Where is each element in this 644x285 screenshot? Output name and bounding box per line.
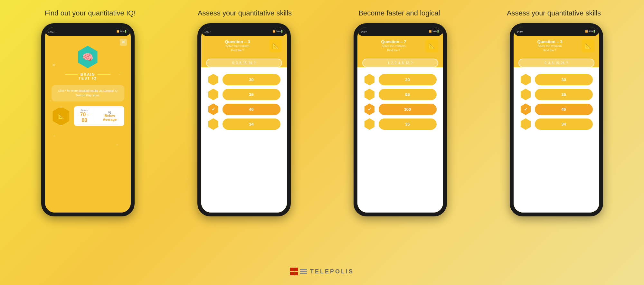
phone-notch-4: 14:07 📶 36%🔋 xyxy=(514,27,599,36)
iq-text: Below Average xyxy=(99,114,120,121)
title-3: Become faster and logical xyxy=(322,9,477,17)
answer-hex-4-0 xyxy=(520,74,532,85)
answer-btn-3-2[interactable]: 100 xyxy=(379,104,437,115)
answer-hex-4-2: ✓ xyxy=(520,103,532,115)
answer-row-3-3[interactable]: 35 xyxy=(364,118,437,130)
question-instruction-line2-3: Find the ? xyxy=(362,48,425,52)
answer-btn-4-1[interactable]: 35 xyxy=(535,89,593,100)
answer-row-3-0[interactable]: 20 xyxy=(364,74,437,85)
answer-btn-4-2[interactable]: 46 xyxy=(535,104,593,115)
screen-question-2: Question – 3 Solve the Problem Find the … xyxy=(201,36,287,213)
notch-center-1 xyxy=(75,27,101,33)
answer-row-3-2[interactable]: ✓ 100 xyxy=(364,103,437,115)
score-hex-icon: 📐 xyxy=(52,107,71,126)
answer-btn-3-0[interactable]: 20 xyxy=(379,74,437,85)
phone-wrapper-1: 14:07 📶 36%🔋 ✕ ✕ ◦ ◦ · ◦ · ◦ xyxy=(10,23,166,216)
phone-2: 14:07 📶 36%🔋 Question – 3 Solve the Prob… xyxy=(197,23,291,216)
question-header-3: Question – 7 Solve the Problem Find the … xyxy=(357,36,443,57)
screen-question-4: Question – 3 Solve the Problem Find the … xyxy=(514,36,599,213)
question-instruction-line2-4: Find the ? xyxy=(518,48,582,52)
answer-hex-4-3 xyxy=(520,118,532,130)
sequence-box-2: 0, 3, 8, 15, 24, ? xyxy=(206,59,282,67)
notch-time-1: 14:07 xyxy=(48,30,55,33)
brand-text-brain: BRAIN xyxy=(80,72,95,76)
answer-btn-2-3[interactable]: 34 xyxy=(223,119,280,130)
phone-3: 14:07 📶 36%🔋 Question – 7 Solve the Prob… xyxy=(354,23,447,216)
phone-inner-3: 14:07 📶 36%🔋 Question – 7 Solve the Prob… xyxy=(357,27,443,213)
brain-icon: 🧠 xyxy=(82,52,93,62)
question-instruction-line1-2: Solve the Problem xyxy=(206,44,269,48)
answer-row-4-0[interactable]: 30 xyxy=(520,74,593,85)
answer-btn-2-1[interactable]: 35 xyxy=(223,89,280,100)
sequence-box-4: 0, 3, 8, 15, 24, ? xyxy=(518,59,594,67)
answer-btn-3-3[interactable]: 35 xyxy=(379,119,437,130)
answer-hex-3-1 xyxy=(364,89,375,100)
question-number-4: Question – 3 xyxy=(518,39,582,44)
question-header-text-4: Question – 3 Solve the Problem Find the … xyxy=(518,39,582,52)
telepolis-logo xyxy=(290,268,307,275)
notch-time-3: 14:07 xyxy=(361,30,367,33)
screen-question-3: Question – 7 Solve the Problem Find the … xyxy=(357,36,443,213)
iq-label: IQ xyxy=(99,111,120,114)
brand-name: BRAIN TEST IQ xyxy=(65,72,110,80)
answer-row-2-0[interactable]: 30 xyxy=(208,74,280,85)
question-header-text-3: Question – 7 Solve the Problem Find the … xyxy=(362,39,425,52)
answer-btn-3-1[interactable]: 96 xyxy=(379,89,437,100)
ruler-icon-4: 📐 xyxy=(582,39,594,52)
phone-notch-1: 14:07 📶 36%🔋 xyxy=(45,27,131,36)
page-titles: Find out your quantitative IQ! Assess yo… xyxy=(0,0,644,23)
answer-row-4-2[interactable]: ✓ 46 xyxy=(520,103,593,115)
notch-time-4: 14:07 xyxy=(517,30,523,33)
answer-row-3-1[interactable]: 96 xyxy=(364,89,437,100)
question-instruction-line2-2: Find the ? xyxy=(206,48,269,52)
answer-hex-2-3 xyxy=(208,118,219,130)
result-card: Click * for more detailed results via Ge… xyxy=(52,85,124,101)
answer-btn-2-0[interactable]: 30 xyxy=(223,74,280,85)
notch-icons-4: 📶 36%🔋 xyxy=(585,30,596,33)
hex-shape: 🧠 xyxy=(77,46,99,68)
iq-value-block: IQ Below Average xyxy=(99,111,120,121)
question-instruction-line1-4: Solve the Problem xyxy=(518,44,582,48)
phone-notch-3: 14:07 📶 36%🔋 xyxy=(357,27,443,36)
telepolis-text: TELEPOLIS xyxy=(310,268,354,275)
answer-row-2-3[interactable]: 34 xyxy=(208,118,280,130)
answer-btn-4-3[interactable]: 34 xyxy=(535,119,593,130)
answer-row-2-2[interactable]: ✓ 46 xyxy=(208,103,280,115)
question-header-2: Question – 3 Solve the Problem Find the … xyxy=(201,36,287,57)
score-info-card: Score 70 - 80 IQ Below Average xyxy=(74,106,124,126)
answer-hex-2-0 xyxy=(208,74,219,85)
phone-inner-4: 14:07 📶 36%🔋 Question – 3 Solve the Prob… xyxy=(514,27,599,213)
question-number-3: Question – 7 xyxy=(362,39,425,44)
phone-4: 14:07 📶 36%🔋 Question – 3 Solve the Prob… xyxy=(510,23,603,216)
watermark: TELEPOLIS xyxy=(290,268,354,275)
ruler-icon-3: 📐 xyxy=(425,39,438,52)
question-number-2: Question – 3 xyxy=(206,39,269,44)
notch-icons-3: 📶 36%🔋 xyxy=(429,30,440,33)
brain-hex-icon: 🧠 xyxy=(75,44,101,70)
question-instruction-line1-3: Solve the Problem xyxy=(362,44,425,48)
sequence-box-3: 1, 2, 2, 4, 8, 12, ? xyxy=(362,59,438,67)
title-4: Assess your quantitative skills xyxy=(477,9,631,17)
screen-main-1: ✕ ✕ ◦ ◦ · ◦ · ◦ 🧠 xyxy=(45,36,131,213)
phone-notch-2: 14:07 📶 36%🔋 xyxy=(201,27,287,36)
notch-icons-1: 📶 36%🔋 xyxy=(117,30,128,33)
question-header-4: Question – 3 Solve the Problem Find the … xyxy=(514,36,599,57)
phone-wrapper-4: 14:07 📶 36%🔋 Question – 3 Solve the Prob… xyxy=(478,23,634,216)
answer-row-4-3[interactable]: 34 xyxy=(520,118,593,130)
score-row: 📐 Score 70 - 80 IQ Below Average xyxy=(52,106,124,126)
answer-btn-4-0[interactable]: 30 xyxy=(535,74,593,85)
answer-hex-2-1 xyxy=(208,89,219,100)
answer-row-4-1[interactable]: 35 xyxy=(520,89,593,100)
title-2: Assess your quantitative skills xyxy=(167,9,322,17)
answer-hex-3-2: ✓ xyxy=(364,103,375,115)
answer-row-2-1[interactable]: 35 xyxy=(208,89,280,100)
close-button[interactable]: ✕ xyxy=(120,39,127,46)
answers-area-4: 30 35 ✓ 46 34 xyxy=(514,67,599,213)
score-value-block: Score 70 - 80 xyxy=(78,109,91,123)
phone-wrapper-2: 14:07 📶 36%🔋 Question – 3 Solve the Prob… xyxy=(166,23,322,216)
answer-hex-2-2: ✓ xyxy=(208,103,219,115)
ruler-icon-2: 📐 xyxy=(269,39,282,52)
title-1: Find out your quantitative IQ! xyxy=(13,9,167,17)
answer-hex-3-0 xyxy=(364,74,375,85)
answer-btn-2-2[interactable]: 46 xyxy=(223,104,280,115)
